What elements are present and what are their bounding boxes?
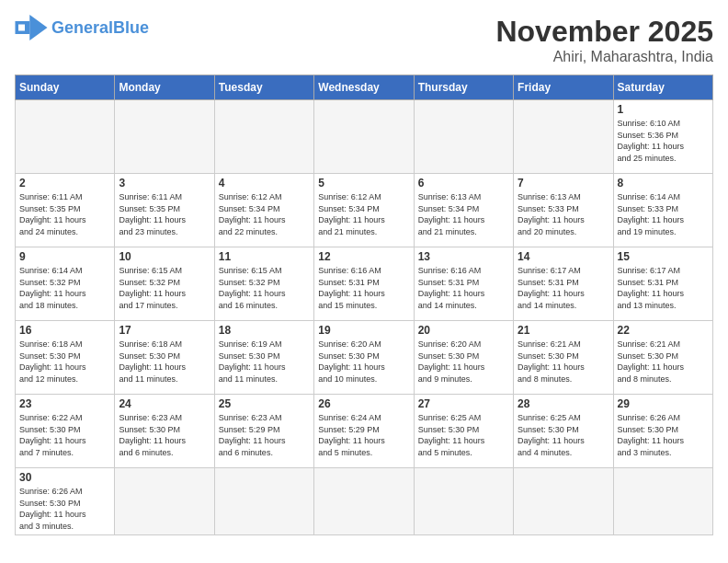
day-number: 4 xyxy=(219,177,310,190)
day-info: Sunrise: 6:11 AM Sunset: 5:35 PM Dayligh… xyxy=(119,191,210,237)
calendar-cell: 10Sunrise: 6:15 AM Sunset: 5:32 PM Dayli… xyxy=(115,247,214,321)
day-info: Sunrise: 6:26 AM Sunset: 5:30 PM Dayligh… xyxy=(19,486,110,532)
calendar-cell xyxy=(314,468,414,535)
calendar-cell: 16Sunrise: 6:18 AM Sunset: 5:30 PM Dayli… xyxy=(16,321,115,395)
day-info: Sunrise: 6:23 AM Sunset: 5:30 PM Dayligh… xyxy=(119,412,210,458)
calendar-cell xyxy=(613,468,712,535)
day-number: 21 xyxy=(518,324,609,337)
day-info: Sunrise: 6:12 AM Sunset: 5:34 PM Dayligh… xyxy=(318,191,409,237)
calendar-cell: 5Sunrise: 6:12 AM Sunset: 5:34 PM Daylig… xyxy=(314,174,414,247)
weekday-header-row: SundayMondayTuesdayWednesdayThursdayFrid… xyxy=(16,75,713,100)
day-info: Sunrise: 6:25 AM Sunset: 5:30 PM Dayligh… xyxy=(518,412,609,458)
day-number: 13 xyxy=(418,250,509,263)
weekday-header-thursday: Thursday xyxy=(414,75,513,100)
day-info: Sunrise: 6:13 AM Sunset: 5:34 PM Dayligh… xyxy=(418,191,509,237)
day-info: Sunrise: 6:26 AM Sunset: 5:30 PM Dayligh… xyxy=(618,412,709,458)
day-number: 19 xyxy=(318,324,409,337)
day-number: 12 xyxy=(318,250,409,263)
weekday-header-sunday: Sunday xyxy=(16,75,115,100)
day-info: Sunrise: 6:17 AM Sunset: 5:31 PM Dayligh… xyxy=(618,265,709,311)
title-block: November 2025 Ahiri, Maharashtra, India xyxy=(495,15,713,65)
day-info: Sunrise: 6:10 AM Sunset: 5:36 PM Dayligh… xyxy=(618,118,709,164)
calendar-table: SundayMondayTuesdayWednesdayThursdayFrid… xyxy=(15,75,713,535)
day-number: 28 xyxy=(518,397,609,410)
day-info: Sunrise: 6:21 AM Sunset: 5:30 PM Dayligh… xyxy=(518,339,609,385)
day-number: 7 xyxy=(518,177,609,190)
day-number: 27 xyxy=(418,397,509,410)
day-info: Sunrise: 6:14 AM Sunset: 5:32 PM Dayligh… xyxy=(19,265,110,311)
day-info: Sunrise: 6:19 AM Sunset: 5:30 PM Dayligh… xyxy=(219,339,310,385)
calendar-cell xyxy=(514,468,613,535)
day-info: Sunrise: 6:16 AM Sunset: 5:31 PM Dayligh… xyxy=(418,265,509,311)
calendar-cell: 14Sunrise: 6:17 AM Sunset: 5:31 PM Dayli… xyxy=(514,247,613,321)
calendar-cell xyxy=(414,100,513,174)
weekday-header-tuesday: Tuesday xyxy=(214,75,313,100)
calendar-cell: 7Sunrise: 6:13 AM Sunset: 5:33 PM Daylig… xyxy=(514,174,613,247)
weekday-header-saturday: Saturday xyxy=(613,75,712,100)
calendar-cell xyxy=(414,468,513,535)
logo-text: GeneralBlue xyxy=(51,18,149,38)
calendar-cell: 17Sunrise: 6:18 AM Sunset: 5:30 PM Dayli… xyxy=(115,321,214,395)
day-info: Sunrise: 6:13 AM Sunset: 5:33 PM Dayligh… xyxy=(518,191,609,237)
page-header: GeneralBlue November 2025 Ahiri, Maharas… xyxy=(15,15,713,65)
logo-icon xyxy=(15,15,48,40)
day-number: 15 xyxy=(618,250,709,263)
calendar-cell: 13Sunrise: 6:16 AM Sunset: 5:31 PM Dayli… xyxy=(414,247,513,321)
calendar-cell: 19Sunrise: 6:20 AM Sunset: 5:30 PM Dayli… xyxy=(314,321,414,395)
day-number: 23 xyxy=(19,397,110,410)
calendar-cell: 28Sunrise: 6:25 AM Sunset: 5:30 PM Dayli… xyxy=(514,395,613,468)
calendar-cell xyxy=(16,100,115,174)
day-info: Sunrise: 6:20 AM Sunset: 5:30 PM Dayligh… xyxy=(418,339,509,385)
day-number: 6 xyxy=(418,177,509,190)
day-info: Sunrise: 6:17 AM Sunset: 5:31 PM Dayligh… xyxy=(518,265,609,311)
calendar-cell: 3Sunrise: 6:11 AM Sunset: 5:35 PM Daylig… xyxy=(115,174,214,247)
day-number: 3 xyxy=(119,177,210,190)
calendar-week-row: 2Sunrise: 6:11 AM Sunset: 5:35 PM Daylig… xyxy=(16,174,713,247)
calendar-week-row: 1Sunrise: 6:10 AM Sunset: 5:36 PM Daylig… xyxy=(16,100,713,174)
day-number: 8 xyxy=(618,177,709,190)
day-number: 2 xyxy=(19,177,110,190)
calendar-cell xyxy=(514,100,613,174)
location-title: Ahiri, Maharashtra, India xyxy=(495,49,713,65)
calendar-cell: 2Sunrise: 6:11 AM Sunset: 5:35 PM Daylig… xyxy=(16,174,115,247)
day-number: 10 xyxy=(119,250,210,263)
calendar-cell: 6Sunrise: 6:13 AM Sunset: 5:34 PM Daylig… xyxy=(414,174,513,247)
day-number: 20 xyxy=(418,324,509,337)
calendar-week-row: 30Sunrise: 6:26 AM Sunset: 5:30 PM Dayli… xyxy=(16,468,713,535)
day-info: Sunrise: 6:16 AM Sunset: 5:31 PM Dayligh… xyxy=(318,265,409,311)
calendar-cell xyxy=(115,100,214,174)
day-number: 26 xyxy=(318,397,409,410)
day-number: 22 xyxy=(618,324,709,337)
calendar-cell xyxy=(115,468,214,535)
day-number: 5 xyxy=(318,177,409,190)
weekday-header-wednesday: Wednesday xyxy=(314,75,414,100)
weekday-header-monday: Monday xyxy=(115,75,214,100)
calendar-cell: 12Sunrise: 6:16 AM Sunset: 5:31 PM Dayli… xyxy=(314,247,414,321)
day-number: 30 xyxy=(19,471,110,484)
svg-marker-1 xyxy=(29,15,47,40)
calendar-cell: 8Sunrise: 6:14 AM Sunset: 5:33 PM Daylig… xyxy=(613,174,712,247)
calendar-cell: 22Sunrise: 6:21 AM Sunset: 5:30 PM Dayli… xyxy=(613,321,712,395)
day-info: Sunrise: 6:15 AM Sunset: 5:32 PM Dayligh… xyxy=(219,265,310,311)
calendar-week-row: 16Sunrise: 6:18 AM Sunset: 5:30 PM Dayli… xyxy=(16,321,713,395)
calendar-cell: 26Sunrise: 6:24 AM Sunset: 5:29 PM Dayli… xyxy=(314,395,414,468)
calendar-cell: 11Sunrise: 6:15 AM Sunset: 5:32 PM Dayli… xyxy=(214,247,313,321)
day-info: Sunrise: 6:20 AM Sunset: 5:30 PM Dayligh… xyxy=(318,339,409,385)
calendar-cell: 21Sunrise: 6:21 AM Sunset: 5:30 PM Dayli… xyxy=(514,321,613,395)
day-info: Sunrise: 6:18 AM Sunset: 5:30 PM Dayligh… xyxy=(119,339,210,385)
calendar-cell: 1Sunrise: 6:10 AM Sunset: 5:36 PM Daylig… xyxy=(613,100,712,174)
calendar-week-row: 23Sunrise: 6:22 AM Sunset: 5:30 PM Dayli… xyxy=(16,395,713,468)
calendar-cell xyxy=(314,100,414,174)
day-info: Sunrise: 6:21 AM Sunset: 5:30 PM Dayligh… xyxy=(618,339,709,385)
calendar-cell: 23Sunrise: 6:22 AM Sunset: 5:30 PM Dayli… xyxy=(16,395,115,468)
day-number: 29 xyxy=(618,397,709,410)
day-info: Sunrise: 6:25 AM Sunset: 5:30 PM Dayligh… xyxy=(418,412,509,458)
calendar-cell xyxy=(214,468,313,535)
calendar-cell: 24Sunrise: 6:23 AM Sunset: 5:30 PM Dayli… xyxy=(115,395,214,468)
day-number: 1 xyxy=(618,103,709,116)
calendar-cell: 25Sunrise: 6:23 AM Sunset: 5:29 PM Dayli… xyxy=(214,395,313,468)
day-info: Sunrise: 6:15 AM Sunset: 5:32 PM Dayligh… xyxy=(119,265,210,311)
calendar-cell: 30Sunrise: 6:26 AM Sunset: 5:30 PM Dayli… xyxy=(16,468,115,535)
calendar-cell: 20Sunrise: 6:20 AM Sunset: 5:30 PM Dayli… xyxy=(414,321,513,395)
day-number: 16 xyxy=(19,324,110,337)
